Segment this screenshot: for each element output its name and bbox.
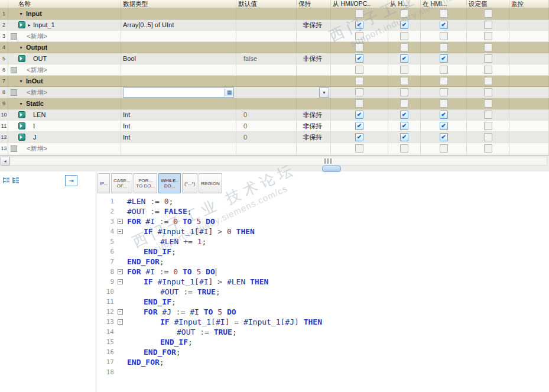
splitter-handle[interactable] bbox=[322, 166, 341, 172]
table-row-9[interactable]: 9▾Static bbox=[0, 98, 549, 109]
table-row-4[interactable]: 4▾Output bbox=[0, 42, 549, 53]
hmi-opc-checkbox[interactable] bbox=[355, 77, 363, 85]
hmi-checkbox[interactable] bbox=[400, 66, 408, 74]
hmi-checkbox[interactable]: ✔ bbox=[400, 122, 408, 130]
datatype-value[interactable]: Array[0..5] of UInt bbox=[123, 21, 174, 28]
variable-name[interactable]: J bbox=[33, 134, 37, 141]
fold-toggle-icon[interactable]: − bbox=[118, 219, 123, 224]
setpoint-checkbox[interactable] bbox=[484, 77, 492, 85]
setpoint-checkbox[interactable] bbox=[484, 21, 492, 29]
expand-networks-icon[interactable] bbox=[2, 176, 11, 184]
datatype-input[interactable]: ▦ bbox=[123, 88, 234, 98]
code-line[interactable]: 17END_FOR; bbox=[96, 357, 549, 367]
collapse-section-icon[interactable]: ▾ bbox=[18, 45, 24, 50]
fold-toggle-icon[interactable]: − bbox=[118, 279, 123, 284]
table-row-5[interactable]: 5OUTBoolfalse非保持✔✔✔ bbox=[0, 53, 549, 64]
insert-for-button[interactable]: FOR... TO DO... bbox=[134, 173, 157, 193]
fold-toggle-icon[interactable]: − bbox=[118, 319, 123, 325]
code-line[interactable]: 6END_IF; bbox=[96, 247, 549, 257]
insert-if-button[interactable]: IF... bbox=[98, 173, 110, 193]
insert-comment-button[interactable]: (*...*) bbox=[182, 173, 197, 193]
insert-region-button[interactable]: REGION bbox=[199, 173, 222, 193]
hmi-opc-checkbox[interactable]: ✔ bbox=[355, 54, 363, 63]
insert-while-button[interactable]: WHILE.. DO... bbox=[158, 173, 181, 193]
code-line[interactable]: 9−IF #Input_1[#I] > #LEN THEN bbox=[96, 277, 549, 287]
code-line[interactable]: 3−FOR #I := 0 TO 5 DO bbox=[96, 216, 549, 226]
in-hmi-checkbox[interactable] bbox=[440, 66, 448, 74]
datatype-browse-button[interactable]: ▦ bbox=[225, 89, 233, 96]
in-hmi-checkbox[interactable] bbox=[440, 77, 448, 85]
column-header-hmi_opc[interactable]: 从 HMI/OPC.. bbox=[331, 0, 388, 8]
hmi-opc-checkbox[interactable] bbox=[355, 144, 363, 153]
hmi-opc-checkbox[interactable]: ✔ bbox=[355, 122, 363, 130]
column-header-monitor[interactable]: 监控 bbox=[509, 0, 549, 8]
variable-name[interactable]: OUT bbox=[33, 55, 47, 62]
add-variable-label[interactable]: <新增> bbox=[27, 32, 47, 41]
table-row-7[interactable]: 7▾InOut bbox=[0, 76, 549, 87]
scroll-left-button[interactable]: ◄ bbox=[1, 157, 9, 166]
hmi-checkbox[interactable] bbox=[400, 99, 408, 108]
in-hmi-checkbox[interactable] bbox=[440, 99, 448, 108]
table-row-8[interactable]: 8<新增>▦▼ bbox=[0, 87, 549, 98]
in-hmi-checkbox[interactable]: ✔ bbox=[440, 54, 448, 63]
setpoint-checkbox[interactable] bbox=[484, 88, 492, 96]
code-line[interactable]: 11END_IF; bbox=[96, 297, 549, 307]
expand-variable-icon[interactable]: ▸ bbox=[27, 22, 32, 28]
in-hmi-checkbox[interactable] bbox=[440, 9, 448, 18]
column-header-in_hmi[interactable]: 在 HMI... bbox=[421, 0, 467, 8]
horizontal-scrollbar[interactable] bbox=[9, 157, 547, 166]
table-row-13[interactable]: 13<新增> bbox=[0, 143, 549, 154]
collapse-pane-button[interactable]: ⇥ bbox=[65, 175, 77, 186]
column-header-retain[interactable]: 保持 bbox=[297, 0, 331, 8]
variable-name[interactable]: LEN bbox=[33, 111, 46, 118]
code-line[interactable]: 12−FOR #J := #I TO 5 DO bbox=[96, 307, 549, 317]
datatype-value[interactable]: Int bbox=[123, 122, 130, 129]
default-value[interactable]: 0 bbox=[243, 111, 247, 118]
in-hmi-checkbox[interactable] bbox=[440, 32, 448, 40]
add-variable-label[interactable]: <新增> bbox=[27, 66, 47, 74]
setpoint-checkbox[interactable] bbox=[484, 43, 492, 51]
in-hmi-checkbox[interactable] bbox=[440, 88, 448, 96]
hmi-opc-checkbox[interactable] bbox=[355, 88, 363, 96]
code-area[interactable]: 1#LEN := 0;2#OUT := FALSE;3−FOR #I := 0 … bbox=[96, 196, 549, 392]
collapse-section-icon[interactable]: ▾ bbox=[18, 101, 24, 106]
hmi-opc-checkbox[interactable] bbox=[355, 9, 363, 18]
table-row-6[interactable]: 6<新增> bbox=[0, 64, 549, 76]
datatype-value[interactable]: Bool bbox=[123, 55, 136, 62]
hmi-checkbox[interactable] bbox=[400, 77, 408, 85]
fold-toggle-icon[interactable]: − bbox=[118, 269, 123, 274]
collapse-section-icon[interactable]: ▾ bbox=[18, 11, 24, 17]
code-line[interactable]: 4−IF #Input_1[#I] > 0 THEN bbox=[96, 226, 549, 237]
datatype-value[interactable]: Int bbox=[123, 134, 130, 141]
hmi-checkbox[interactable] bbox=[400, 9, 408, 18]
retain-dropdown-button[interactable]: ▼ bbox=[319, 88, 329, 98]
table-row-3[interactable]: 3<新增> bbox=[0, 31, 549, 42]
hmi-opc-checkbox[interactable]: ✔ bbox=[355, 21, 363, 29]
code-line[interactable]: 14#OUT := TRUE; bbox=[96, 327, 549, 337]
column-header-from_hmi[interactable]: 从 H... bbox=[388, 0, 421, 8]
hmi-opc-checkbox[interactable]: ✔ bbox=[355, 111, 363, 119]
code-line[interactable]: 16END_FOR; bbox=[96, 347, 549, 357]
code-line[interactable]: 10#OUT := TRUE; bbox=[96, 287, 549, 297]
hmi-opc-checkbox[interactable] bbox=[355, 66, 363, 74]
hmi-checkbox[interactable]: ✔ bbox=[400, 133, 408, 141]
column-header-setpoint[interactable]: 设定值 bbox=[467, 0, 509, 8]
hmi-opc-checkbox[interactable] bbox=[355, 32, 363, 40]
code-line[interactable]: 2#OUT := FALSE; bbox=[96, 206, 549, 216]
code-line[interactable]: 1#LEN := 0; bbox=[96, 196, 549, 206]
fold-toggle-icon[interactable]: − bbox=[118, 229, 123, 234]
fold-toggle-icon[interactable]: − bbox=[118, 309, 123, 315]
in-hmi-checkbox[interactable]: ✔ bbox=[440, 133, 448, 141]
setpoint-checkbox[interactable] bbox=[484, 99, 492, 108]
table-row-11[interactable]: 11IInt0非保持✔✔✔ bbox=[0, 121, 549, 132]
hmi-opc-checkbox[interactable] bbox=[355, 99, 363, 108]
column-header-datatype[interactable]: 数据类型 bbox=[121, 0, 236, 8]
code-line[interactable]: 7END_FOR; bbox=[96, 257, 549, 267]
in-hmi-checkbox[interactable]: ✔ bbox=[440, 111, 448, 119]
in-hmi-checkbox[interactable]: ✔ bbox=[440, 21, 448, 29]
table-row-2[interactable]: 2▸Input_1Array[0..5] of UInt非保持✔✔✔ bbox=[0, 20, 549, 31]
code-line[interactable]: 18 bbox=[96, 367, 549, 377]
hmi-checkbox[interactable]: ✔ bbox=[400, 111, 408, 119]
default-value[interactable]: 0 bbox=[243, 134, 247, 141]
hmi-checkbox[interactable] bbox=[400, 88, 408, 96]
